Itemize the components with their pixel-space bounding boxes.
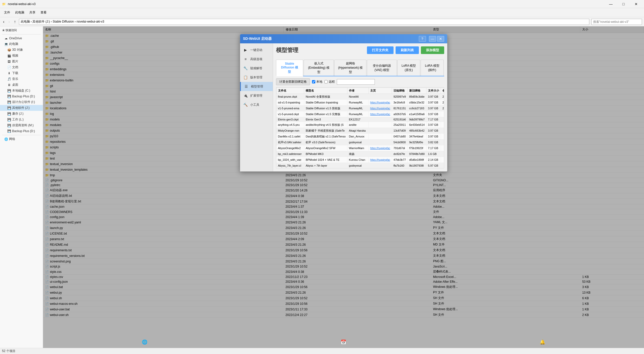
toolbar-share[interactable]: 共享 <box>27 9 37 16</box>
model-size: 3.97 GB <box>426 128 441 134</box>
model-table-row[interactable]: Ekmix-gen3.ckpt Ekmix Gen3 EK12317 62519… <box>276 117 444 122</box>
modal-close-button[interactable]: ✕ <box>437 36 444 42</box>
j2-drive-icon: 💾 <box>7 112 11 116</box>
sidebar-item-j-drive[interactable]: 💾 其他软件 (J:) <box>0 105 43 111</box>
sidebar-item-downloads[interactable]: ⬇ 下载 <box>0 70 43 76</box>
model-table-row[interactable]: 机甲v3.0AV.safeter 机甲 v3.0 (SafeTensors) g… <box>276 139 444 145</box>
sidebar-item-l-drive[interactable]: 💾 工作 (L:) <box>0 117 43 122</box>
sidebar-item-3d[interactable]: 📦 3D 对象 <box>0 47 43 53</box>
tab-hypernetwork[interactable]: 超网络 (Hypernetwork) 模型 <box>334 60 366 76</box>
sidebar: ★ 快速访问 ☁ OneDrive 💻 此电脑 📦 3D 对象 🎬 视频 🖼 图… <box>0 26 43 348</box>
version-icon: 📋 <box>243 75 248 80</box>
tab-lora-native[interactable]: LoRA 模型 (原生) <box>397 60 420 76</box>
homepage-link[interactable]: https://huggingfac <box>370 158 390 161</box>
tab-embedding[interactable]: 嵌入式 (Embedding) 模型 <box>304 60 334 76</box>
tab-stable-diffusion[interactable]: Stable Diffusion 模型 <box>276 60 303 76</box>
sidebar-item-d-drive[interactable]: 💾 Backup Plus (D:) <box>0 94 43 99</box>
model-name: andite/Anything v4.5 剪枝版 (S <box>304 122 347 128</box>
nav-item-troubleshoot[interactable]: 🔧 疑难解答 <box>240 64 273 73</box>
troubleshoot-icon: 🔧 <box>243 66 248 71</box>
model-table-row[interactable]: bp_mk3.safetenser BPModel MK3 南扬 dc82d7f… <box>276 151 444 157</box>
minimize-button[interactable]: — <box>605 0 617 8</box>
nav-item-tools[interactable]: 🔨 小工具 <box>240 100 273 109</box>
col-created: 创建日期 <box>441 88 444 94</box>
model-homepage: https://huggingfac <box>368 105 392 111</box>
homepage-link[interactable]: https://huggingfac <box>370 101 390 104</box>
c-drive-icon: 💾 <box>7 89 11 93</box>
model-filename: Ekmix-gen3.ckpt <box>276 117 304 122</box>
calendar-icon[interactable]: 📅 <box>341 339 346 345</box>
model-table-row[interactable]: DanMix-v2.1.safet Dan的疯表吧融 v2.1 (SafeTen… <box>276 134 444 139</box>
nav-item-advanced[interactable]: ≡ 高级选项 <box>240 55 273 64</box>
up-button[interactable]: ↑ <box>13 19 17 25</box>
nav-item-models[interactable]: ☰ 模型管理 <box>240 82 273 91</box>
model-table-row[interactable]: v1-5-pruned-ema Stable Diffusion v1.5 剪枝… <box>276 105 444 111</box>
nav-item-extensions[interactable]: 🔌 扩展管理 <box>240 91 273 100</box>
sidebar-item-desktop[interactable]: 🖥 桌面 <box>0 82 43 88</box>
model-table-row[interactable]: Abyss_7th_layer.cl Abyss + 7th layer god… <box>276 163 444 169</box>
col-filename: 文件名 <box>276 88 304 94</box>
sidebar-item-pictures[interactable]: 🖼 图片 <box>0 59 43 64</box>
refresh-list-button[interactable]: 刷新列表 <box>396 46 419 54</box>
tab-vae[interactable]: 变分自编码器 (VAE) 模型 <box>367 60 397 76</box>
model-table-row[interactable]: bp_1024_with_vae BPModel 1024 + VAE & TE… <box>276 157 444 163</box>
add-model-button[interactable]: 添加模型 <box>421 46 444 54</box>
sidebar-item-network[interactable]: 🌐 网络 <box>0 136 43 142</box>
homepage-link[interactable]: https://huggingfac <box>370 113 390 116</box>
forward-button[interactable]: › <box>7 19 11 25</box>
sidebar-item-i-drive[interactable]: 💾 设计办公软件 (I:) <box>0 99 43 105</box>
model-table-row[interactable]: AbyssOrangeMix2 AbyssOrangeMix2 SFW Warr… <box>276 145 444 151</box>
model-name: BPModel 1024 + VAE & TE <box>304 157 347 163</box>
sidebar-item-docs[interactable]: 📄 文档 <box>0 64 43 70</box>
model-search-input[interactable] <box>337 79 375 85</box>
toolbar-view[interactable]: 查看 <box>38 9 49 16</box>
model-homepage <box>368 117 392 122</box>
globe-icon[interactable]: 🌐 <box>142 339 147 345</box>
model-table-row[interactable]: MistyOrange-non 凯哌橘子 半精度剪枝版 (SafeTe Akag… <box>276 128 444 134</box>
model-old-hash: ffa7b160 <box>392 163 407 169</box>
maximize-button[interactable]: □ <box>618 0 629 8</box>
modal-minimize-button[interactable]: — <box>429 36 436 42</box>
sidebar-item-video[interactable]: 🎬 视频 <box>0 53 43 59</box>
open-folder-button[interactable]: 打开文件夹 <box>367 46 394 54</box>
bell-icon[interactable]: 🔔 <box>540 339 545 345</box>
homepage-link[interactable]: https://huggingfac <box>370 147 390 150</box>
nav-item-launch[interactable]: ▶ 一键启动 <box>240 45 273 55</box>
compute-all-button[interactable]: 计算全部新旧绑定格 <box>276 78 310 85</box>
sidebar-item-m-drive[interactable]: 💾 供需商资料 (M:) <box>0 122 43 128</box>
model-old-hash: a92637b5 <box>392 111 407 117</box>
model-filename: Abyss_7th_layer.cl <box>276 163 304 169</box>
close-button[interactable]: ✕ <box>630 0 642 8</box>
model-table-row[interactable]: v1-5-pruned.ckpt Stable Diffusion v1.5 完… <box>276 111 444 117</box>
remote-checkbox[interactable] <box>324 80 328 83</box>
search-input[interactable] <box>591 19 642 25</box>
sidebar-item-backup2[interactable]: 💾 Backup Plus (D:) <box>0 128 43 134</box>
sidebar-item-computer[interactable]: 💻 此电脑 <box>0 41 43 47</box>
sidebar-item-c-drive[interactable]: 💾 本地磁盘 (C:) <box>0 88 43 94</box>
model-author: NovelAI <box>347 94 368 100</box>
model-table-row[interactable]: anything-v4.5-pru andite/Anything v4.5 剪… <box>276 122 444 128</box>
model-date <box>441 117 444 122</box>
back-button[interactable]: ‹ <box>2 19 5 25</box>
homepage-link[interactable]: https://huggingfac <box>370 107 390 110</box>
model-table-row[interactable]: final-prune.ckpt NovelAI 全量剪枝版 NovelAI 9… <box>276 94 444 100</box>
modal-help-button[interactable]: ? <box>419 36 426 42</box>
sidebar-item-j2-drive[interactable]: 💾 廉存 (J:) <box>0 111 43 117</box>
nav-item-version[interactable]: 📋 版本管理 <box>240 73 273 82</box>
model-old-hash: 925997e9 <box>392 94 407 100</box>
sidebar-item-onedrive[interactable]: ☁ OneDrive <box>0 36 43 41</box>
model-size: 7.17 GB <box>426 145 441 151</box>
m-drive-icon: 💾 <box>7 123 11 128</box>
window-title-bar: 📁 novelai-webui-aki-v3 — □ ✕ <box>0 0 644 8</box>
model-new-hash: 347fe4deaf <box>407 134 426 139</box>
model-old-hash: 625191b6 <box>392 117 407 122</box>
sidebar-item-music[interactable]: 🎵 音乐 <box>0 76 43 82</box>
address-input[interactable] <box>19 19 589 25</box>
toolbar-computer[interactable]: 此电脑 <box>13 9 26 16</box>
model-table-row[interactable]: sd-v1-5-inpainting Stable Diffusion Inpa… <box>276 100 444 105</box>
model-author: andite <box>347 122 368 128</box>
model-new-hash: 9db39799b7 <box>407 117 426 122</box>
tab-lora-plugin[interactable]: LoRA 模型 (插件) <box>421 60 443 76</box>
local-checkbox[interactable] <box>312 80 315 83</box>
toolbar-file[interactable]: 文件 <box>2 9 12 16</box>
